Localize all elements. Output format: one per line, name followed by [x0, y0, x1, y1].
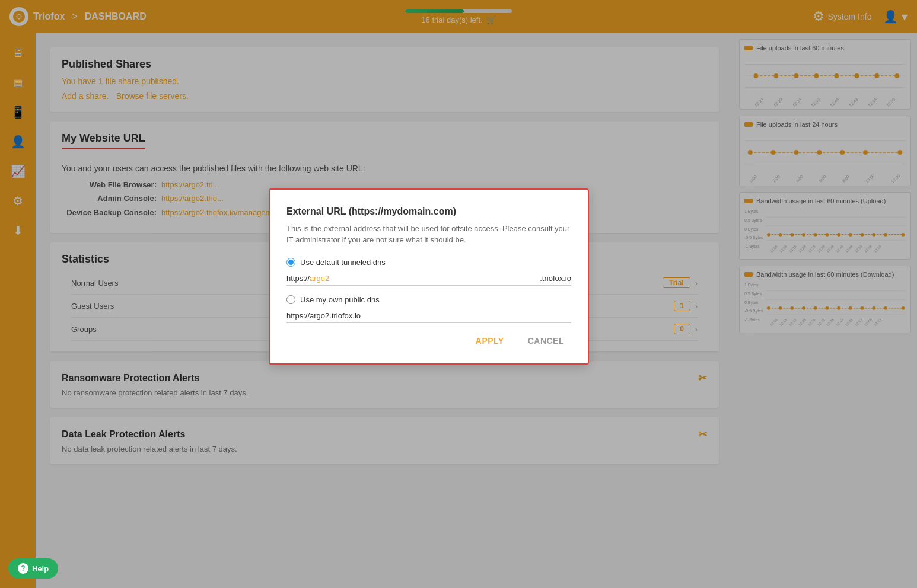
url-prefix: https:// — [286, 274, 310, 283]
cancel-button[interactable]: CANCEL — [521, 333, 571, 349]
url-suffix: .triofox.io — [540, 274, 571, 283]
modal-actions: APPLY CANCEL — [286, 333, 571, 349]
apply-button[interactable]: APPLY — [469, 333, 511, 349]
help-button[interactable]: ? Help — [8, 558, 58, 579]
readonly-url-display: https://argo2.triofox.io — [286, 311, 571, 323]
modal-title: External URL (https://mydomain.com) — [286, 206, 571, 217]
use-default-tunneled-dns-option[interactable]: Use default tunneled dns — [286, 258, 571, 267]
use-own-public-dns-option[interactable]: Use my own public dns — [286, 295, 571, 304]
use-own-public-dns-radio[interactable] — [286, 295, 295, 304]
external-url-modal: External URL (https://mydomain.com) This… — [269, 188, 589, 365]
tunneled-url-input-row: https:// .triofox.io — [286, 274, 571, 286]
help-circle-icon: ? — [18, 563, 28, 574]
use-default-tunneled-dns-radio[interactable] — [286, 258, 295, 267]
url-subdomain-input[interactable] — [310, 274, 540, 283]
modal-description: This is the external address that will b… — [286, 223, 571, 246]
modal-overlay[interactable]: External URL (https://mydomain.com) This… — [0, 0, 917, 588]
